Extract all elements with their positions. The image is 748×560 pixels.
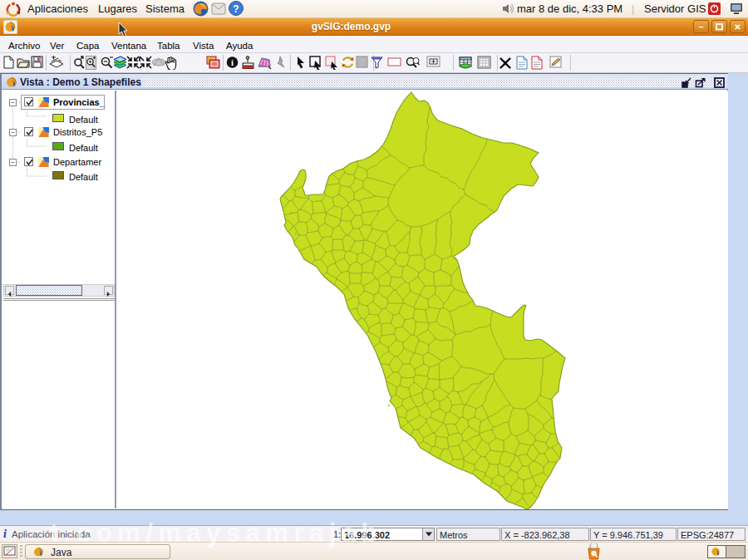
svg-text:i: i [231,57,234,67]
svg-text:?: ? [233,3,239,15]
